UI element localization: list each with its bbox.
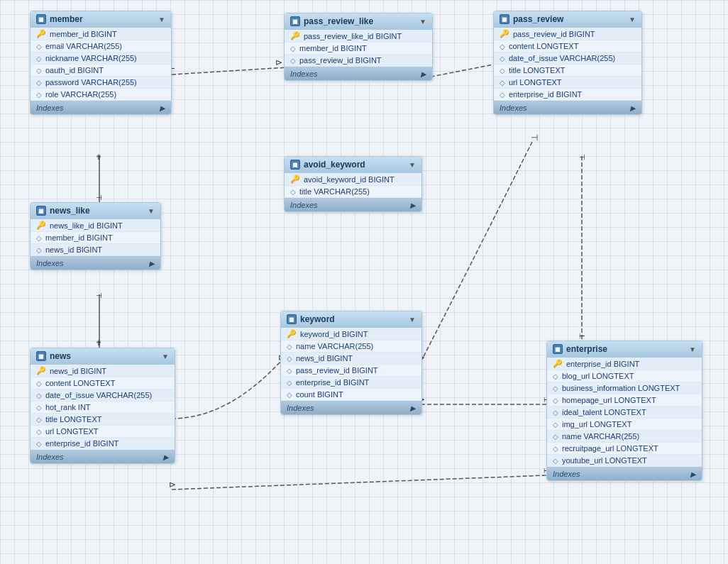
diamond-icon-pr-title: ◇ bbox=[500, 67, 505, 74]
key-icon-pr-id: 🔑 bbox=[500, 29, 509, 38]
table-pass-review: ▦ pass_review ▼ 🔑 pass_review_id BIGINT … bbox=[493, 11, 642, 115]
field-ent-bizinfo: ◇ business_information LONGTEXT bbox=[547, 382, 702, 394]
key-icon-ak-id: 🔑 bbox=[290, 175, 300, 184]
table-header-kw[interactable]: ▦ keyword ▼ bbox=[281, 311, 421, 328]
table-footer-ak[interactable]: Indexes ▶ bbox=[285, 198, 421, 211]
svg-text:⊣: ⊣ bbox=[579, 153, 585, 161]
table-icon-news: ▦ bbox=[36, 351, 46, 361]
dropdown-arrow-news[interactable]: ▼ bbox=[162, 353, 169, 360]
table-footer-kw[interactable]: Indexes ▶ bbox=[281, 401, 421, 414]
footer-arrow-prl: ▶ bbox=[421, 70, 426, 78]
table-news: ▦ news ▼ 🔑 news_id BIGINT ◇ content LONG… bbox=[30, 348, 175, 464]
diamond-icon-ent-recruit: ◇ bbox=[553, 445, 558, 453]
field-kw-id: 🔑 keyword_id BIGINT bbox=[281, 328, 421, 341]
table-icon-nl: ▦ bbox=[36, 206, 46, 216]
field-news-id: 🔑 news_id BIGINT bbox=[31, 365, 175, 377]
indexes-label-prl: Indexes bbox=[290, 70, 318, 78]
footer-arrow-news: ▶ bbox=[163, 453, 169, 461]
field-news-content: ◇ content LONGTEXT bbox=[31, 377, 175, 389]
svg-text:⊣: ⊣ bbox=[96, 194, 102, 201]
field-news-url: ◇ url LONGTEXT bbox=[31, 426, 175, 438]
diamond-icon-pr-date: ◇ bbox=[500, 55, 505, 62]
table-header-ent[interactable]: ▦ enterprise ▼ bbox=[547, 341, 702, 358]
field-member-nickname: ◇ nickname VARCHAR(255) bbox=[31, 52, 171, 65]
table-header-prl[interactable]: ▦ pass_review_like ▼ bbox=[285, 13, 432, 30]
table-name-ent: enterprise bbox=[566, 344, 607, 354]
table-footer-prl[interactable]: Indexes ▶ bbox=[285, 67, 432, 80]
field-ent-id: 🔑 enterprise_id BIGINT bbox=[547, 358, 702, 370]
table-avoid-keyword: ▦ avoid_keyword ▼ 🔑 avoid_keyword_id BIG… bbox=[284, 156, 422, 212]
table-footer-news[interactable]: Indexes ▶ bbox=[31, 450, 175, 463]
table-icon-kw: ▦ bbox=[287, 314, 297, 324]
dropdown-arrow-ent[interactable]: ▼ bbox=[689, 345, 696, 353]
diamond-icon-member-nickname: ◇ bbox=[36, 55, 42, 62]
dropdown-arrow-pr[interactable]: ▼ bbox=[629, 16, 636, 23]
diamond-icon-news-title: ◇ bbox=[36, 416, 42, 424]
indexes-label-kw: Indexes bbox=[287, 404, 314, 412]
table-header-news[interactable]: ▦ news ▼ bbox=[31, 348, 175, 365]
table-footer-ent[interactable]: Indexes ▶ bbox=[547, 467, 702, 480]
table-enterprise: ▦ enterprise ▼ 🔑 enterprise_id BIGINT ◇ … bbox=[546, 341, 702, 481]
table-header-ak[interactable]: ▦ avoid_keyword ▼ bbox=[285, 157, 421, 173]
field-pr-date: ◇ date_of_issue VARCHAR(255) bbox=[494, 52, 641, 65]
field-ent-img: ◇ img_url LONGTEXT bbox=[547, 419, 702, 431]
field-news-hotrank: ◇ hot_rank INT bbox=[31, 402, 175, 414]
diamond-icon-pr-content: ◇ bbox=[500, 43, 505, 50]
svg-line-21 bbox=[172, 475, 546, 490]
dropdown-arrow-prl[interactable]: ▼ bbox=[419, 18, 426, 26]
table-name-nl: news_like bbox=[50, 206, 90, 216]
table-keyword: ▦ keyword ▼ 🔑 keyword_id BIGINT ◇ name V… bbox=[280, 311, 422, 415]
table-icon-pr: ▦ bbox=[500, 14, 509, 24]
field-kw-name: ◇ name VARCHAR(255) bbox=[281, 341, 421, 353]
diamond-icon-ent-youtube: ◇ bbox=[553, 457, 558, 465]
field-kw-entid: ◇ enterprise_id BIGINT bbox=[281, 377, 421, 389]
dropdown-arrow-member[interactable]: ▼ bbox=[158, 16, 165, 23]
indexes-label-ak: Indexes bbox=[290, 201, 318, 209]
table-news-like: ▦ news_like ▼ 🔑 news_like_id BIGINT ◇ me… bbox=[30, 202, 161, 270]
diamond-icon-member-role: ◇ bbox=[36, 91, 42, 99]
key-icon-news-id: 🔑 bbox=[36, 366, 46, 375]
table-footer-pr[interactable]: Indexes ▶ bbox=[494, 101, 641, 114]
diamond-icon-pr-enterprise: ◇ bbox=[500, 91, 505, 99]
table-footer-nl[interactable]: Indexes ▶ bbox=[31, 256, 160, 270]
footer-arrow-member: ▶ bbox=[160, 104, 165, 112]
field-pr-url: ◇ url LONGTEXT bbox=[494, 77, 641, 89]
diamond-icon-nl-member: ◇ bbox=[36, 234, 42, 242]
footer-arrow-ent: ▶ bbox=[690, 470, 696, 478]
field-kw-count: ◇ count BIGINT bbox=[281, 389, 421, 401]
table-name-news: news bbox=[50, 351, 71, 361]
diamond-icon-member-oauth: ◇ bbox=[36, 67, 42, 74]
table-name-pr: pass_review bbox=[513, 14, 563, 24]
field-nl-member: ◇ member_id BIGINT bbox=[31, 232, 160, 244]
diamond-icon-kw-name: ◇ bbox=[287, 343, 292, 350]
svg-text:⊣: ⊣ bbox=[96, 292, 102, 299]
table-footer-member[interactable]: Indexes ▶ bbox=[31, 101, 171, 114]
diamond-icon-kw-newsid: ◇ bbox=[287, 355, 292, 363]
table-icon-member: ▦ bbox=[36, 14, 46, 24]
key-icon-kw-id: 🔑 bbox=[287, 329, 297, 338]
diamond-icon-news-enterprise: ◇ bbox=[36, 440, 42, 448]
key-icon-prl-id: 🔑 bbox=[290, 31, 300, 40]
diamond-icon-ak-title: ◇ bbox=[290, 188, 296, 196]
indexes-label-nl: Indexes bbox=[36, 259, 64, 267]
field-pr-content: ◇ content LONGTEXT bbox=[494, 40, 641, 52]
field-member-oauth: ◇ oauth_id BIGINT bbox=[31, 65, 171, 77]
field-ent-recruit: ◇ recruitpage_url LONGTEXT bbox=[547, 443, 702, 455]
dropdown-arrow-kw[interactable]: ▼ bbox=[409, 316, 416, 324]
diamond-icon-nl-news: ◇ bbox=[36, 246, 42, 254]
table-header-member[interactable]: ▦ member ▼ bbox=[31, 11, 171, 28]
footer-arrow-nl: ▶ bbox=[149, 260, 155, 267]
dropdown-arrow-nl[interactable]: ▼ bbox=[148, 207, 155, 215]
table-header-nl[interactable]: ▦ news_like ▼ bbox=[31, 203, 160, 219]
table-icon-prl: ▦ bbox=[290, 16, 300, 26]
key-icon-member-id: 🔑 bbox=[36, 29, 46, 38]
diamond-icon-news-content: ◇ bbox=[36, 380, 42, 387]
field-member-role: ◇ role VARCHAR(255) bbox=[31, 89, 171, 101]
diamond-icon-kw-prid: ◇ bbox=[287, 367, 292, 375]
diamond-icon-ent-blog: ◇ bbox=[553, 372, 558, 380]
field-prl-member: ◇ member_id BIGINT bbox=[285, 43, 432, 55]
table-header-pr[interactable]: ▦ pass_review ▼ bbox=[494, 11, 641, 28]
diamond-icon-news-hotrank: ◇ bbox=[36, 404, 42, 411]
dropdown-arrow-ak[interactable]: ▼ bbox=[409, 161, 416, 169]
field-nl-id: 🔑 news_like_id BIGINT bbox=[31, 219, 160, 232]
